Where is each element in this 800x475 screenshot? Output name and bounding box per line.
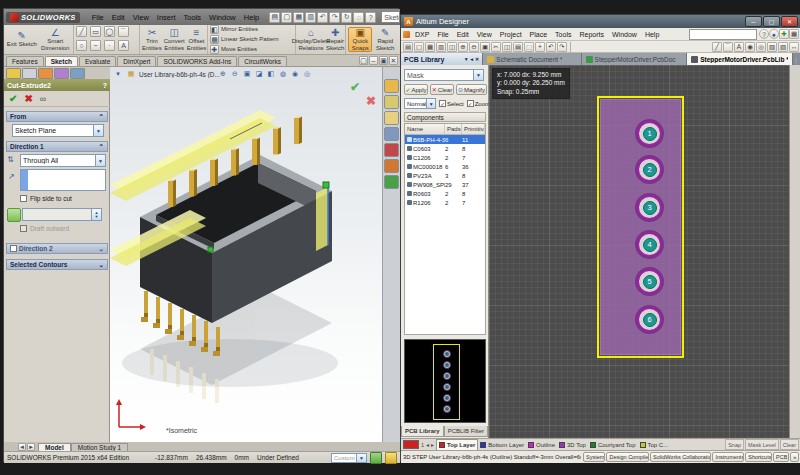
copy-icon[interactable]: ◫ [502,42,512,52]
pad[interactable]: 5 [637,269,662,294]
sw-menu-item[interactable]: Insert [153,12,180,23]
sw-tab[interactable]: Features [6,56,44,66]
layer-tool-button[interactable]: Clear [780,439,799,450]
connector-3d-model[interactable] [110,97,382,437]
pcb-canvas[interactable]: x: 7.000 dx: 9.250 mm y: 0.000 dy: 26.25… [489,65,789,438]
property-manager-tab-icon[interactable] [6,68,21,79]
from-plane-dropdown[interactable]: Sketch Plane▼ [12,124,104,137]
save-icon[interactable]: ▦ [293,12,304,23]
sw-menu-item[interactable]: Tools [180,12,206,23]
zoom-area-icon[interactable]: ▣ [480,42,490,52]
configuration-manager-tab-icon[interactable] [22,68,37,79]
help-icon[interactable]: ? [759,29,769,39]
sw-tab[interactable]: CircuitWorks [238,56,287,66]
sw-tab[interactable]: Evaluate [79,56,116,66]
altium-menu-item[interactable]: View [473,30,496,39]
place-line-icon[interactable]: ╱ [712,42,722,52]
convert-entities-button[interactable]: ◫ Convert Entities [164,28,185,51]
new-icon[interactable]: ▤ [269,12,280,23]
draft-outward-checkbox[interactable]: Draft outward [20,225,69,232]
sw-menu-item[interactable]: Help [240,12,263,23]
minimize-icon[interactable]: – [369,56,378,65]
sw-tab[interactable]: SOLIDWORKS Add-Ins [157,56,237,66]
panel-bottom-tab[interactable]: PCB Library [401,426,444,437]
rendering-tools-tab-icon[interactable] [70,68,85,79]
redo-icon[interactable]: ↷ [557,42,567,52]
offset-entities-button[interactable]: ≡ Offset Entities [187,28,207,51]
chevron-down-icon[interactable]: ▼ [356,454,366,462]
section-view-icon[interactable]: ◪ [254,69,264,79]
sw-tab[interactable]: Sketch [45,56,78,66]
quick-snaps-button[interactable]: ▣ Quick Snaps [348,27,372,52]
checkbox-icon[interactable] [20,195,27,202]
pin-icon[interactable]: ◂ [471,56,474,62]
sw-bottom-tab[interactable]: Motion Study 1 [71,443,128,451]
flip-side-checkbox[interactable]: Flip side to cut [20,195,72,202]
rectangle-tool-icon[interactable]: ▭ [90,26,101,37]
place-polygon-icon[interactable]: ▧ [778,42,788,52]
print-icon[interactable]: ▥ [305,12,316,23]
open-icon[interactable]: ▢ [281,12,292,23]
status-panel-button[interactable]: SolidWorks Collaboration [650,452,711,462]
options-icon[interactable]: ◌ [353,12,364,23]
magnify-button[interactable]: ⊙Magnify [456,84,487,95]
layer-chip[interactable]: 3D Top [557,440,588,450]
smart-dimension-button[interactable]: ∠ Smart Dimension [40,28,72,51]
ellipse-tool-icon[interactable]: ○ [76,40,87,51]
solidworks-resources-icon[interactable] [384,79,399,93]
cascade-icon[interactable]: ▢ [359,56,368,65]
altium-doc-tab[interactable]: StepperMotorDriver.PcbDoc [582,53,688,65]
place-fill-icon[interactable]: ▨ [767,42,777,52]
clear-button[interactable]: ✕Clear [430,84,454,95]
pad[interactable]: 4 [637,232,662,257]
zoom-area-icon[interactable]: ⊖ [230,69,240,79]
chevron-down-icon[interactable]: ▼ [473,70,483,80]
trim-entities-button[interactable]: ✂ Trim Entities [142,28,162,51]
place-pad-icon[interactable]: ◉ [745,42,755,52]
ok-button[interactable]: ✔ [9,93,17,104]
add-icon[interactable]: ✚ [779,29,789,39]
column-primitives[interactable]: Primitiv... [462,124,485,134]
pad[interactable]: 1 [637,121,662,146]
display-style-icon[interactable]: ◍ [278,69,288,79]
exit-sketch-button[interactable]: ✎ Exit Sketch [6,31,38,47]
mask-dropdown[interactable]: Mask▼ [404,69,484,81]
print-preview-icon[interactable]: ◫ [447,42,457,52]
quick-tip-icon[interactable] [385,452,397,464]
altium-menu-item[interactable]: Place [526,30,552,39]
place-via-icon[interactable]: ◎ [756,42,766,52]
place-arc-icon[interactable]: ⌒ [723,42,733,52]
design-library-icon[interactable] [384,95,399,109]
layer-chip[interactable]: Courtyard Top [588,440,638,450]
altium-doc-tab[interactable]: StepperMotorDriver.PcbLib * [687,53,793,65]
pin-icon[interactable]: ▾ [113,69,123,79]
layer-tool-button[interactable]: Snap [725,439,744,450]
display-delete-relations-button[interactable]: ⌂ Display/Delete Relations [298,28,324,51]
save-icon[interactable]: ▦ [425,42,435,52]
chevron-down-icon[interactable]: ▼ [95,155,105,166]
footprint-preview[interactable] [404,339,486,423]
arc-tool-icon[interactable]: ⌒ [118,26,129,37]
place-dimension-icon[interactable]: ↔ [789,42,799,52]
pad[interactable]: 6 [637,307,662,332]
cancel-button[interactable]: ✖ [24,93,32,104]
view-palette-icon[interactable] [384,127,399,141]
spline-tool-icon[interactable]: ~ [90,40,101,51]
select-area-icon[interactable]: ⬚ [524,42,534,52]
pm-section-selected-contours[interactable]: Selected Contours⌄ [6,259,108,270]
tab-overflow-icon[interactable]: ⋮ [793,56,800,63]
print-icon[interactable]: ▥ [436,42,446,52]
chevron-down-icon[interactable]: ▼ [464,56,469,62]
zoom-in-icon[interactable]: ⊕ [458,42,468,52]
altium-doc-tab[interactable]: Schematic Document * [483,53,581,65]
sw-bottom-tab[interactable]: Model [38,443,71,451]
altium-menu-item[interactable]: Window [608,30,641,39]
place-string-icon[interactable]: A [734,42,744,52]
tab-scroll-left-icon[interactable]: ◂ [18,443,26,451]
appearance-icon[interactable]: ◎ [302,69,312,79]
component-row[interactable]: PV23A38 [405,171,485,180]
hide-show-items-icon[interactable]: ◉ [290,69,300,79]
undo-icon[interactable]: ↶ [546,42,556,52]
redo-icon[interactable]: ↷ [329,12,340,23]
circle-tool-icon[interactable]: ◯ [104,26,115,37]
